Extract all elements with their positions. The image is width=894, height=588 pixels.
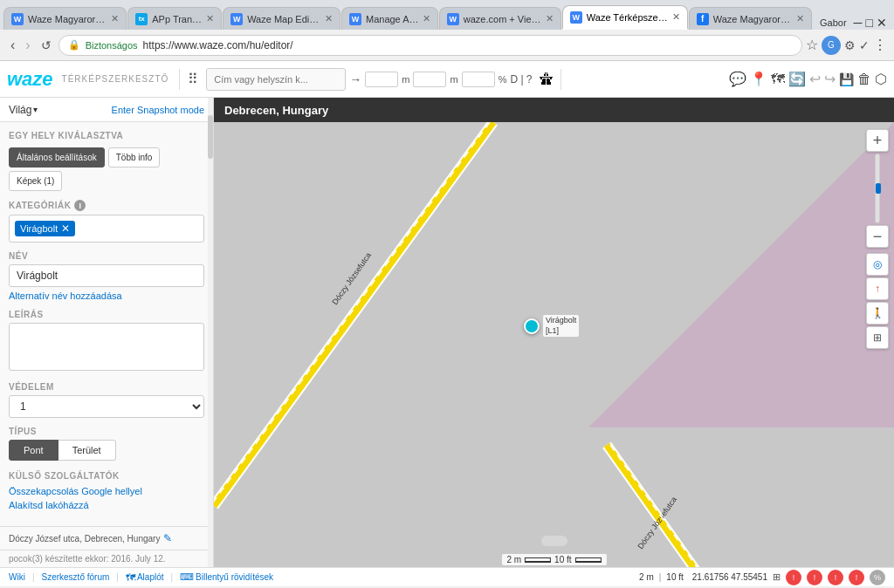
tab-close[interactable]: ✕ xyxy=(206,13,214,24)
world-dropdown[interactable]: Világ ▾ xyxy=(9,104,38,116)
vedelem-select[interactable]: 1 2 3 4 5 xyxy=(9,395,204,418)
alt-nev-link[interactable]: Alternatív név hozzáadása xyxy=(9,291,204,301)
user-name: Gabor xyxy=(820,17,847,28)
map-canvas[interactable]: Dóczy Józsefutca Dóczy Józsefutca Virágb… xyxy=(214,122,894,567)
content-area: Világ ▾ Enter Snapshot mode EGY HELY KIV… xyxy=(0,98,894,567)
address-input-container[interactable]: 🔒 Biztonságos https://www.waze.com/hu/ed… xyxy=(58,35,802,56)
minimize-btn[interactable]: ─ xyxy=(854,16,863,30)
sidebar-scrollbar[interactable] xyxy=(208,98,213,567)
category-tag-viragbolt: Virágbolt ✕ xyxy=(15,221,75,236)
road-tool-icon[interactable]: 🛣 xyxy=(540,72,554,87)
kulso-szolgaltatok-label: KÜLSŐ SZOLGÁLTATÓK xyxy=(9,471,204,481)
categories-info-icon[interactable]: i xyxy=(74,200,86,211)
zoom-controls: + − ◎ ↑ 🚶 ⊞ xyxy=(866,129,889,349)
keyboard-icon-footer: ⌨ xyxy=(180,571,194,583)
tab-close[interactable]: ✕ xyxy=(546,13,554,24)
tab-altalanos-btn[interactable]: Általános beállítások xyxy=(9,147,105,168)
tab-waze-view[interactable]: W waze.com + View f... ✕ xyxy=(439,7,561,30)
tab-waze-app-trans[interactable]: tx APp Trans Ji ✕ xyxy=(127,7,222,30)
location-btn[interactable]: 📍 xyxy=(750,71,767,87)
search-input[interactable] xyxy=(206,68,346,91)
redo-btn[interactable]: ↪ xyxy=(824,71,836,87)
north-btn[interactable]: ↑ xyxy=(866,277,889,300)
user-avatar[interactable]: G xyxy=(822,36,841,55)
round-btn-1[interactable]: ! xyxy=(786,570,801,585)
map-icon-footer: 🗺 xyxy=(126,572,135,583)
sidebar-scroll-thumb[interactable] xyxy=(208,115,213,159)
zoom-in-btn[interactable]: + xyxy=(866,129,889,152)
route-btn[interactable]: 🗺 xyxy=(771,72,785,87)
undo-btn[interactable]: ↩ xyxy=(809,71,821,87)
footer-wiki-link[interactable]: Wiki xyxy=(9,572,25,582)
zoom-out-btn[interactable]: − xyxy=(866,225,889,248)
coord-input-2[interactable]: 0 xyxy=(413,72,446,87)
waze-logo-icon: waze xyxy=(7,68,53,91)
tab-kepek-btn[interactable]: Képek (1) xyxy=(9,171,62,191)
maximize-btn[interactable]: □ xyxy=(866,16,873,30)
lakoház-link[interactable]: Alakítsd lakóházzá xyxy=(9,500,204,510)
person-btn[interactable]: 🚶 xyxy=(866,302,889,325)
round-btn-4[interactable]: ! xyxy=(849,570,864,585)
menu-btn[interactable]: ⋮ xyxy=(873,37,887,53)
chat-btn[interactable]: 💬 xyxy=(729,71,746,87)
tab-waze-map-editor[interactable]: W Waze Map Editor - ✕ xyxy=(223,7,340,30)
svg-line-7 xyxy=(610,445,759,567)
tab-favicon-map: W xyxy=(230,13,243,25)
categories-container[interactable]: Virágbolt ✕ xyxy=(9,215,204,243)
leiras-textarea[interactable] xyxy=(9,323,204,371)
tab-close[interactable]: ✕ xyxy=(423,13,430,24)
coord-input-1[interactable]: 0 xyxy=(365,72,398,87)
zoom-bar-handle[interactable] xyxy=(876,183,881,194)
forward-btn[interactable]: › xyxy=(22,36,33,55)
google-link[interactable]: Összekapcsolás Google hellyel xyxy=(9,486,204,496)
edit-address-icon[interactable]: ✎ xyxy=(163,532,172,544)
extension-btn[interactable]: ⚙ xyxy=(844,38,856,52)
save-btn[interactable]: 💾 xyxy=(839,72,854,86)
tipus-buttons: Pont Terület xyxy=(9,440,204,461)
tab-waze-mg[interactable]: W Waze Magyarorsz... ✕ xyxy=(3,7,127,30)
bookmark-btn[interactable]: ☆ xyxy=(806,37,818,53)
check-btn[interactable]: ✓ xyxy=(859,38,870,52)
snapshot-btn[interactable]: Enter Snapshot mode xyxy=(112,105,204,115)
tab-tobb-info-btn[interactable]: Több info xyxy=(108,147,161,168)
tipus-terulet-btn[interactable]: Terület xyxy=(58,440,116,461)
coord-display: 21.61756 47.55451 xyxy=(692,572,767,582)
footer-forum-link[interactable]: Szerkesztő fórum xyxy=(42,572,110,582)
tab-close[interactable]: ✕ xyxy=(672,11,680,23)
section-title: EGY HELY KIVÁLASZTVA xyxy=(9,131,204,140)
map-marker-viragbolt[interactable]: Virágbolt[L1] xyxy=(524,318,540,334)
tab-waze-mg2[interactable]: f Waze Magyarorsz... ✕ xyxy=(689,7,812,30)
waze-logo-area: waze xyxy=(7,68,53,91)
gps-btn[interactable]: ◎ xyxy=(866,253,889,276)
tab-close[interactable]: ✕ xyxy=(796,13,804,24)
tab-label: Waze Magyarorsz... xyxy=(28,14,107,24)
delete-btn[interactable]: 🗑 xyxy=(857,72,871,87)
round-btn-2[interactable]: ! xyxy=(807,570,822,585)
tipus-pont-btn[interactable]: Pont xyxy=(9,440,58,461)
footer-alaplat-link[interactable]: 🗺 Alaplót xyxy=(126,572,164,583)
category-tag-remove-icon[interactable]: ✕ xyxy=(61,222,70,235)
help-icon[interactable]: D | ? xyxy=(510,73,532,85)
reload-btn[interactable]: ↺ xyxy=(38,37,55,54)
bottom-info-text: pocok(3) készítette ekkor: 2016. July 12… xyxy=(9,554,166,564)
close-btn[interactable]: ✕ xyxy=(877,16,887,30)
scale-ft-label: 10 ft xyxy=(554,555,571,564)
tab-manage-area[interactable]: W Manage Area ✕ xyxy=(341,7,438,30)
footer-billentyű-link[interactable]: ⌨ Billentyű rövidítések xyxy=(180,571,273,583)
nev-input[interactable] xyxy=(9,264,204,287)
percent-input[interactable]: 100 xyxy=(462,72,495,87)
tab-close[interactable]: ✕ xyxy=(325,13,333,24)
round-btn-5[interactable]: % xyxy=(870,570,885,585)
round-btn-3[interactable]: ! xyxy=(828,570,843,585)
layers-btn[interactable]: ⬡ xyxy=(875,71,887,87)
grid-btn[interactable]: ⊞ xyxy=(866,326,889,349)
world-chevron-icon: ▾ xyxy=(33,105,38,114)
footer-billentyű-label: Billentyű rövidítések xyxy=(196,572,273,582)
security-label: Biztonságos xyxy=(86,40,138,51)
grid-menu-btn[interactable]: ⠿ xyxy=(183,68,203,90)
tab-waze-terkep-active[interactable]: W Waze Térképszerk... ✕ xyxy=(562,5,688,30)
tipus-pont-label: Pont xyxy=(24,445,44,455)
tab-close[interactable]: ✕ xyxy=(111,13,119,24)
refresh-btn[interactable]: 🔄 xyxy=(788,71,806,87)
back-btn[interactable]: ‹ xyxy=(7,36,18,55)
